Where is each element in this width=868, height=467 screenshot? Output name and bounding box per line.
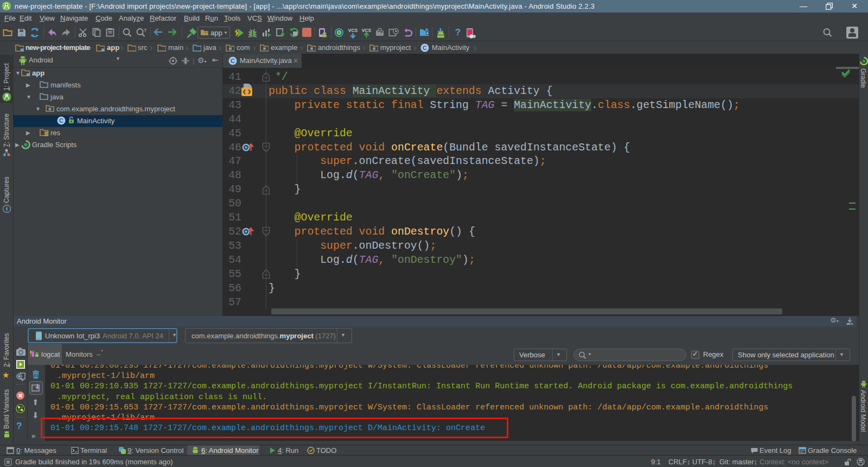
- svg-text:VCS: VCS: [348, 28, 358, 33]
- svg-text:?: ?: [144, 28, 146, 33]
- svg-text:C: C: [59, 117, 63, 124]
- svg-text:C: C: [231, 58, 235, 64]
- svg-text:C: C: [423, 45, 427, 51]
